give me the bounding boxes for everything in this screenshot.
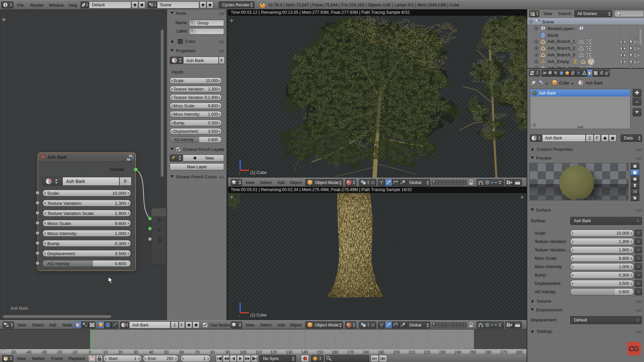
svg-text:x: x — [238, 172, 240, 175]
svg-text:x: x — [238, 314, 240, 317]
